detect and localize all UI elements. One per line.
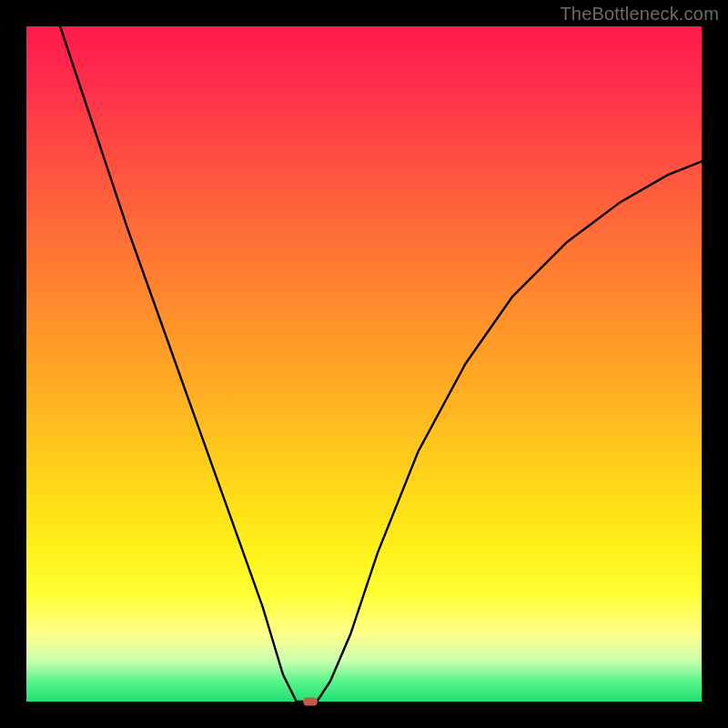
plot-area	[26, 26, 702, 702]
chart-frame: TheBottleneck.com	[0, 0, 728, 728]
watermark-text: TheBottleneck.com	[560, 4, 719, 25]
optimal-marker	[303, 698, 318, 706]
bottleneck-curve	[26, 26, 702, 702]
